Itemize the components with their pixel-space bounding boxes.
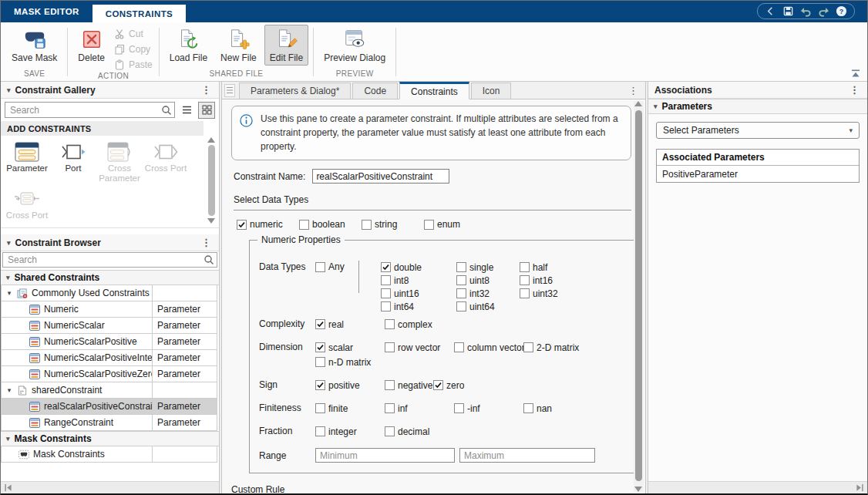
help-icon[interactable]: ? bbox=[836, 5, 847, 17]
checkbox-2-d-matrix[interactable]: 2-D matrix bbox=[523, 342, 579, 353]
constraint-browser-title: Constraint Browser bbox=[15, 237, 101, 248]
tab-icon[interactable]: Icon bbox=[471, 82, 512, 99]
gallery-menu-icon[interactable]: ⋮ bbox=[200, 85, 213, 95]
range-minimum-input[interactable] bbox=[315, 448, 455, 463]
checkbox-any[interactable]: Any bbox=[315, 261, 345, 272]
parameters-section[interactable]: ▾ Parameters bbox=[648, 99, 867, 114]
browser-menu-icon[interactable]: ⋮ bbox=[200, 237, 213, 248]
tab-code[interactable]: Code bbox=[352, 82, 398, 99]
dimension-label: Dimension bbox=[259, 341, 315, 369]
tab-grip-icon[interactable] bbox=[224, 84, 235, 97]
checkbox-nan[interactable]: nan bbox=[523, 403, 552, 414]
scroll-down-icon[interactable] bbox=[634, 487, 642, 492]
checkbox-uint16[interactable]: uint16 bbox=[381, 288, 456, 299]
checkbox-double[interactable]: double bbox=[381, 262, 456, 273]
load-file-button[interactable]: Load File bbox=[164, 25, 213, 66]
checkbox-single[interactable]: single bbox=[456, 262, 520, 273]
tree-row-numericscalarpositive[interactable]: NumericScalarPositiveParameter bbox=[2, 334, 217, 350]
gallery-search-input[interactable] bbox=[5, 105, 174, 116]
tab-constraints[interactable]: CONSTRAINTS bbox=[93, 5, 186, 22]
checkbox-decimal[interactable]: decimal bbox=[385, 426, 429, 437]
browser-hscrollbar[interactable] bbox=[1, 481, 219, 493]
chevron-left-icon[interactable] bbox=[765, 5, 776, 17]
checkbox-int64[interactable]: int64 bbox=[381, 301, 456, 312]
ribbon-group-separator bbox=[395, 28, 396, 76]
edit-file-button[interactable]: Edit File bbox=[264, 25, 308, 66]
browser-search-input[interactable] bbox=[3, 254, 217, 265]
tabbar-menu-icon[interactable]: ⋮ bbox=[627, 86, 640, 96]
scroll-up-icon[interactable] bbox=[634, 101, 642, 106]
checkbox-real[interactable]: real bbox=[315, 319, 385, 330]
checkbox-int32[interactable]: int32 bbox=[456, 288, 520, 299]
list-view-button[interactable] bbox=[178, 102, 195, 119]
select-parameters-dropdown[interactable]: Select Parameters ▾ bbox=[656, 122, 860, 139]
checkbox-uint32[interactable]: uint32 bbox=[520, 288, 583, 299]
tree-row-numericscalar[interactable]: NumericScalarParameter bbox=[2, 318, 217, 334]
gallery-scroll-thumb[interactable] bbox=[208, 145, 215, 216]
expander-icon[interactable]: ▾ bbox=[5, 386, 13, 394]
checkbox-inf[interactable]: inf bbox=[385, 403, 454, 414]
tree-row-realscalarpositiveconstraint[interactable]: realScalarPositiveConstraintParameter bbox=[2, 399, 217, 415]
checkbox-int16[interactable]: int16 bbox=[520, 275, 583, 286]
collapse-ribbon-icon[interactable] bbox=[849, 69, 862, 79]
checkbox-column-vector[interactable]: column vector bbox=[454, 342, 523, 353]
tab-constraints-document[interactable]: Constraints bbox=[399, 82, 469, 99]
scroll-right-icon[interactable] bbox=[855, 483, 865, 492]
shared-constraints-section[interactable]: ▾ Shared Constraints bbox=[1, 270, 219, 285]
checkbox-complex[interactable]: complex bbox=[385, 319, 432, 330]
checkbox-uint8[interactable]: uint8 bbox=[456, 275, 520, 286]
checkbox-enum[interactable]: enum bbox=[424, 219, 486, 230]
checkbox-n-d-matrix[interactable]: n-D matrix bbox=[315, 357, 371, 368]
gallery-scrollbar[interactable] bbox=[207, 137, 217, 224]
gallery-item-parameter[interactable]: Parameter bbox=[4, 140, 50, 184]
checkbox-finite[interactable]: finite bbox=[315, 403, 385, 414]
center-scrollbar[interactable] bbox=[634, 101, 644, 492]
collapse-caret-icon[interactable]: ▾ bbox=[7, 86, 11, 94]
checkbox-integer[interactable]: integer bbox=[315, 426, 385, 437]
preview-dialog-button[interactable]: Preview Dialog bbox=[318, 25, 391, 66]
ribbon-group-separator bbox=[159, 28, 160, 76]
checkbox-boolean[interactable]: boolean bbox=[299, 219, 362, 230]
constraint-name-input[interactable] bbox=[312, 169, 449, 184]
grid-view-button[interactable] bbox=[198, 102, 215, 119]
tab-mask-editor[interactable]: MASK EDITOR bbox=[1, 1, 93, 22]
undo-icon[interactable] bbox=[800, 5, 812, 17]
range-maximum-input[interactable] bbox=[459, 448, 595, 463]
associated-parameter-row[interactable]: PositiveParameter bbox=[657, 166, 859, 182]
checkbox-half[interactable]: half bbox=[520, 262, 583, 273]
tree-row-numericscalarpositivezero[interactable]: NumericScalarPositiveZeroParameter bbox=[2, 366, 217, 382]
checkbox-numeric[interactable]: numeric bbox=[237, 219, 299, 230]
mask-constraints-section[interactable]: ▾ Mask Constraints bbox=[1, 431, 219, 446]
gallery-item-port[interactable]: Port bbox=[50, 140, 96, 184]
scroll-down-icon[interactable] bbox=[207, 218, 215, 224]
tab-parameters-dialog[interactable]: Parameters & Dialog* bbox=[239, 82, 351, 99]
port-icon bbox=[60, 142, 86, 162]
checkbox-negative[interactable]: negative bbox=[385, 380, 433, 391]
checkbox-string[interactable]: string bbox=[362, 219, 424, 230]
center-scroll-thumb[interactable] bbox=[635, 110, 642, 481]
checkbox-uint64[interactable]: uint64 bbox=[456, 301, 520, 312]
scroll-left-icon[interactable] bbox=[3, 483, 13, 492]
checkbox-positive[interactable]: positive bbox=[315, 380, 385, 391]
associations-hscrollbar[interactable] bbox=[648, 481, 867, 493]
associations-menu-icon[interactable]: ⋮ bbox=[848, 85, 861, 95]
tree-row-mask-constraints[interactable]: Mask Constraints bbox=[2, 446, 217, 463]
expander-icon[interactable]: ▾ bbox=[5, 289, 13, 297]
tree-row-numeric[interactable]: NumericParameter bbox=[2, 301, 217, 318]
save-mask-button[interactable]: Save Mask bbox=[6, 25, 62, 66]
checkbox-int8[interactable]: int8 bbox=[381, 275, 456, 286]
new-file-button[interactable]: New File bbox=[215, 25, 262, 66]
tree-row-commonly-used-constraints-r[interactable]: ▾Commonly Used Constraints (R... bbox=[2, 285, 217, 301]
checkbox-scalar[interactable]: scalar bbox=[315, 342, 385, 353]
collapse-caret-icon[interactable]: ▾ bbox=[7, 239, 11, 247]
scroll-up-icon[interactable] bbox=[207, 137, 215, 143]
tree-row-rangeconstraint[interactable]: RangeConstraintParameter bbox=[2, 415, 217, 431]
checkbox-zero[interactable]: zero bbox=[433, 380, 464, 391]
delete-button[interactable]: Delete bbox=[72, 25, 110, 66]
save-icon[interactable] bbox=[782, 5, 794, 17]
tree-row-sharedconstraint[interactable]: ▾sharedConstraint bbox=[2, 382, 217, 399]
checkbox-row-vector[interactable]: row vector bbox=[385, 342, 454, 353]
checkbox-inf[interactable]: -inf bbox=[454, 403, 523, 414]
tree-row-numericscalarpositiveinteger[interactable]: NumericScalarPositiveIntegerParameter bbox=[2, 350, 217, 366]
redo-icon[interactable] bbox=[818, 5, 829, 17]
